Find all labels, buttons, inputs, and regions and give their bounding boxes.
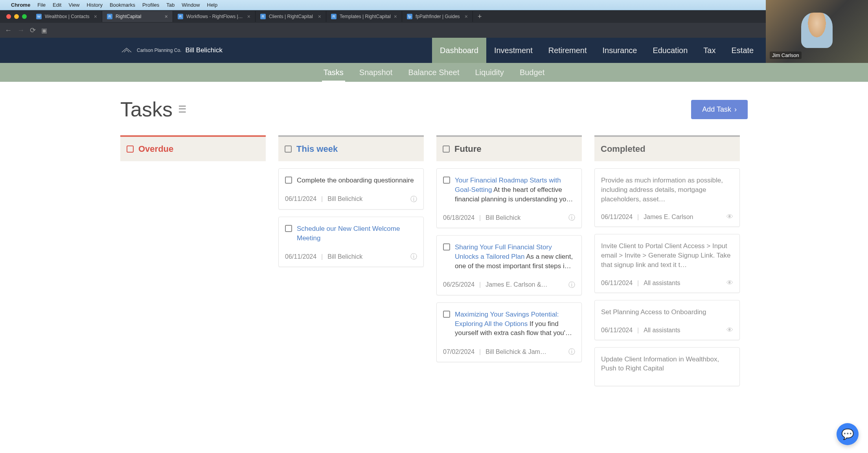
checkbox-icon[interactable]: [285, 145, 292, 153]
back-button[interactable]: ←: [5, 26, 12, 35]
column-title: Overdue: [138, 144, 173, 154]
column-header-completed[interactable]: Completed: [594, 135, 740, 161]
mac-menu-profiles[interactable]: Profiles: [142, 2, 159, 8]
task-card[interactable]: Maximizing Your Savings Potential: Explo…: [436, 302, 582, 362]
nav-retirement[interactable]: Retirement: [541, 38, 595, 63]
mac-menu-bookmarks[interactable]: Bookmarks: [110, 2, 135, 8]
browser-tab[interactable]: fpfpPathfinder | Guides×: [402, 11, 473, 22]
logo-icon: [120, 46, 133, 55]
task-card[interactable]: Sharing Your Full Financial Story Unlock…: [436, 235, 582, 295]
subnav-tasks[interactable]: Tasks: [322, 64, 345, 81]
task-card[interactable]: Your Financial Roadmap Starts with Goal-…: [436, 168, 582, 228]
mac-menu-edit[interactable]: Edit: [53, 2, 61, 8]
hidden-icon[interactable]: 👁: [726, 279, 733, 287]
info-icon[interactable]: ⓘ: [410, 195, 417, 204]
browser-tab[interactable]: RClients | RightCapital×: [256, 11, 326, 22]
column-header-thisweek[interactable]: This week: [278, 135, 424, 161]
info-icon[interactable]: ⓘ: [568, 280, 575, 289]
company-logo[interactable]: Carlson Planning Co.: [120, 46, 181, 55]
forward-button[interactable]: →: [17, 26, 24, 35]
page-title: Tasks ☰: [120, 98, 187, 121]
column-header-future[interactable]: Future: [436, 135, 582, 161]
task-assignee: Bill Belichick: [485, 214, 564, 221]
column-completed: Completed Provide as much information as…: [594, 135, 740, 386]
hidden-icon[interactable]: 👁: [726, 326, 733, 334]
task-checkbox[interactable]: [443, 311, 450, 318]
browser-tab[interactable]: RWorkflows - RightFlows | Ri…×: [173, 11, 256, 22]
hidden-icon[interactable]: 👁: [726, 213, 733, 221]
task-text: Update Client Information in Wealthbox, …: [601, 355, 733, 374]
checkbox-icon[interactable]: [443, 145, 450, 153]
minimize-window-button[interactable]: [14, 14, 19, 19]
page-title-text: Tasks: [120, 98, 173, 121]
task-date: 06/11/2024: [285, 253, 316, 260]
info-icon[interactable]: ⓘ: [568, 347, 575, 356]
mac-app-name[interactable]: Chrome: [11, 2, 30, 8]
tab-title: Workflows - RightFlows | Ri…: [186, 14, 244, 19]
checkbox-icon[interactable]: [127, 145, 134, 153]
column-this-week: This week Complete the onboarding questi…: [278, 135, 424, 386]
nav-tax[interactable]: Tax: [695, 38, 723, 63]
task-date: 07/02/2024: [443, 348, 474, 355]
tab-title: fpPathfinder | Guides: [416, 14, 462, 19]
close-tab-icon[interactable]: ×: [465, 13, 468, 20]
mac-menu-tab[interactable]: Tab: [166, 2, 175, 8]
subnav-snapshot[interactable]: Snapshot: [358, 64, 394, 81]
close-window-button[interactable]: [6, 14, 11, 19]
tab-title: Templates | RightCapital: [340, 14, 391, 19]
task-checkbox[interactable]: [285, 177, 292, 184]
task-assignee: Bill Belichick: [327, 253, 406, 260]
nav-dashboard[interactable]: Dashboard: [432, 38, 486, 63]
chat-bubble-button[interactable]: 💬: [837, 423, 859, 445]
info-icon[interactable]: ⓘ: [568, 213, 575, 222]
sub-nav: Tasks Snapshot Balance Sheet Liquidity B…: [0, 63, 868, 82]
column-header-overdue[interactable]: Overdue: [120, 135, 266, 161]
new-tab-button[interactable]: +: [473, 13, 487, 21]
task-card[interactable]: Complete the onboarding questionnaire 06…: [278, 168, 424, 210]
mac-menu-bar: Chrome File Edit View History Bookmarks …: [0, 0, 868, 10]
browser-tab[interactable]: RTemplates | RightCapital×: [326, 11, 402, 22]
tab-title: RightCapital: [116, 14, 162, 19]
add-task-label: Add Task: [702, 105, 731, 114]
task-date: 06/11/2024: [601, 280, 633, 287]
mac-menu-history[interactable]: History: [86, 2, 102, 8]
reload-button[interactable]: ⟳: [30, 26, 36, 35]
mac-menu-file[interactable]: File: [37, 2, 46, 8]
close-tab-icon[interactable]: ×: [318, 13, 321, 20]
home-button[interactable]: ▣: [41, 27, 47, 34]
close-tab-icon[interactable]: ×: [165, 13, 168, 20]
subnav-liquidity[interactable]: Liquidity: [473, 64, 505, 81]
add-task-button[interactable]: Add Task ›: [691, 100, 748, 119]
mac-menu-view[interactable]: View: [68, 2, 79, 8]
client-name[interactable]: Bill Belichick: [185, 46, 222, 54]
list-view-icon[interactable]: ☰: [178, 104, 187, 115]
nav-investment[interactable]: Investment: [486, 38, 541, 63]
maximize-window-button[interactable]: [22, 14, 27, 19]
info-icon[interactable]: ⓘ: [410, 252, 417, 261]
task-text: Invite Client to Portal Client Access > …: [601, 241, 733, 269]
task-card[interactable]: Update Client Information in Wealthbox, …: [594, 347, 740, 387]
close-tab-icon[interactable]: ×: [247, 13, 250, 20]
task-checkbox[interactable]: [443, 177, 450, 184]
mac-menu-window[interactable]: Window: [182, 2, 200, 8]
task-checkbox[interactable]: [285, 225, 292, 232]
subnav-balance-sheet[interactable]: Balance Sheet: [406, 64, 461, 81]
page-content: Tasks ☰ Add Task › Overdue This week: [0, 82, 868, 386]
nav-insurance[interactable]: Insurance: [595, 38, 645, 63]
favicon-icon: fp: [407, 14, 412, 19]
close-tab-icon[interactable]: ×: [94, 13, 97, 20]
task-card[interactable]: Invite Client to Portal Client Access > …: [594, 234, 740, 293]
subnav-budget[interactable]: Budget: [518, 64, 546, 81]
task-card[interactable]: Provide as much information as possible,…: [594, 168, 740, 227]
nav-education[interactable]: Education: [645, 38, 695, 63]
mac-menu-help[interactable]: Help: [207, 2, 218, 8]
task-card[interactable]: Set Planning Access to Onboarding 06/11/…: [594, 300, 740, 340]
browser-tab[interactable]: RRightCapital×: [102, 11, 173, 22]
task-checkbox[interactable]: [443, 243, 450, 250]
browser-tab[interactable]: WWealthbox | Contacts×: [31, 11, 102, 22]
column-title: Future: [454, 144, 481, 154]
task-card[interactable]: Schedule our New Client Welcome Meeting …: [278, 217, 424, 267]
close-tab-icon[interactable]: ×: [394, 13, 397, 20]
nav-estate[interactable]: Estate: [723, 38, 761, 63]
task-date: 06/18/2024: [443, 214, 474, 221]
